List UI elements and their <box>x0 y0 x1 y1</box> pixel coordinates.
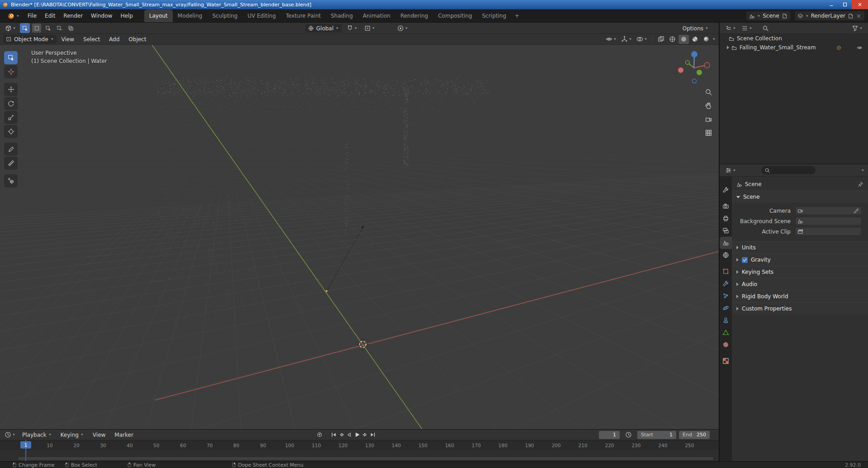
start-frame-field[interactable]: Start 1 <box>637 431 676 439</box>
view-layer-selector[interactable]: RenderLayer <box>795 11 864 20</box>
properties-tab-view-layer[interactable] <box>720 224 732 237</box>
gravity-panel-header[interactable]: Gravity <box>732 253 868 266</box>
scene-panel-header[interactable]: Scene <box>732 191 868 203</box>
menu-file[interactable]: File <box>24 11 41 20</box>
shading-solid-button[interactable] <box>678 35 689 44</box>
properties-tab-physics[interactable] <box>720 302 732 314</box>
outliner-row-scene-collection[interactable]: Scene Collection <box>720 34 868 43</box>
workspace-tab-layout[interactable]: Layout <box>144 10 173 22</box>
properties-tab-particles[interactable] <box>720 290 732 302</box>
workspace-tab-rendering[interactable]: Rendering <box>395 10 433 22</box>
workspace-tab-scripting[interactable]: Scripting <box>477 10 511 22</box>
auto-keying-toggle-icon[interactable] <box>317 432 323 438</box>
menu-view[interactable]: View <box>57 35 78 44</box>
outliner-editor-type-button[interactable] <box>723 24 738 33</box>
camera-view-icon[interactable] <box>705 115 712 123</box>
prev-keyframe-icon[interactable] <box>338 432 344 438</box>
end-frame-field[interactable]: End 250 <box>679 431 710 439</box>
mode-dropdown[interactable]: Object Mode <box>3 35 57 43</box>
tool-move[interactable] <box>4 83 18 96</box>
scene-selector[interactable]: Scene <box>746 11 790 20</box>
options-dropdown[interactable]: Options <box>678 24 712 33</box>
add-workspace-button[interactable]: + <box>511 10 523 22</box>
keying-sets-panel-header[interactable]: Keying Sets <box>732 266 868 278</box>
menu-window[interactable]: Window <box>87 11 116 20</box>
transform-orientation-dropdown[interactable]: Global <box>305 24 342 33</box>
properties-tab-render[interactable] <box>720 200 732 212</box>
select-mode-subtract[interactable] <box>55 24 64 33</box>
timeline-ruler[interactable]: 1020304050607080901001101201301401501601… <box>0 440 719 450</box>
properties-tab-scene[interactable] <box>720 237 732 249</box>
window-titlebar[interactable]: Blender* [E:\RABOTA\CONVERT\Falling_Wate… <box>0 0 868 10</box>
properties-tab-material[interactable] <box>720 339 732 351</box>
workspace-tab-shading[interactable]: Shading <box>326 10 358 22</box>
unlink-view-layer-icon[interactable] <box>856 13 862 19</box>
blender-menu-button[interactable] <box>4 11 24 21</box>
background-scene-field[interactable] <box>795 217 862 225</box>
tool-annotate[interactable] <box>4 143 18 156</box>
menu-edit[interactable]: Edit <box>41 11 59 20</box>
shading-options-chevron-icon[interactable] <box>712 38 716 40</box>
minimize-button[interactable] <box>825 0 838 9</box>
menu-marker[interactable]: Marker <box>110 430 137 439</box>
properties-tab-constraints[interactable] <box>720 314 732 326</box>
eyedropper-icon[interactable] <box>854 208 859 214</box>
tool-add-cube[interactable] <box>4 174 18 187</box>
editor-type-button[interactable] <box>3 24 18 33</box>
workspace-tab-sculpting[interactable]: Sculpting <box>207 10 242 22</box>
viewport-3d[interactable]: User Perspective (1) Scene Collection | … <box>0 45 719 429</box>
tool-transform[interactable] <box>4 125 18 138</box>
timeline-editor-type-button[interactable] <box>3 430 17 439</box>
ortho-grid-icon[interactable] <box>705 129 712 137</box>
tool-select-box[interactable] <box>4 51 18 64</box>
preview-range-clock-icon[interactable] <box>625 431 632 438</box>
snap-toggle[interactable] <box>345 24 359 33</box>
menu-keying[interactable]: Keying <box>57 430 88 439</box>
properties-tab-object[interactable] <box>720 265 732 277</box>
tool-rotate[interactable] <box>4 97 18 110</box>
play-reverse-icon[interactable] <box>346 432 352 438</box>
shading-material-button[interactable] <box>690 35 700 44</box>
zoom-icon[interactable] <box>705 88 712 96</box>
outliner-filter-dropdown[interactable] <box>850 24 864 33</box>
viewport-canvas[interactable] <box>0 45 719 429</box>
overlays-dropdown[interactable] <box>635 35 649 44</box>
close-button[interactable] <box>852 0 868 9</box>
select-mode-extend[interactable] <box>43 24 52 33</box>
menu-add[interactable]: Add <box>105 35 123 44</box>
new-view-layer-icon[interactable] <box>848 13 854 19</box>
new-scene-icon[interactable] <box>782 13 787 19</box>
xray-toggle[interactable] <box>656 35 666 44</box>
properties-tab-world[interactable] <box>720 249 732 261</box>
menu-playback[interactable]: Playback <box>18 430 56 439</box>
properties-search-field[interactable] <box>761 166 816 174</box>
workspace-tab-uv-editing[interactable]: UV Editing <box>242 10 281 22</box>
camera-field[interactable] <box>795 206 862 215</box>
properties-tab-tool[interactable] <box>720 184 732 196</box>
tool-cursor[interactable] <box>4 65 18 78</box>
next-keyframe-icon[interactable] <box>362 432 368 438</box>
snap-target-dropdown[interactable] <box>362 24 377 33</box>
menu-render[interactable]: Render <box>59 11 87 20</box>
select-mode-intersect[interactable] <box>66 24 75 33</box>
properties-tab-texture[interactable] <box>720 355 732 367</box>
timeline-scrollbar[interactable] <box>18 457 713 460</box>
outliner-row-collection[interactable]: Falling_Water_Small_Stream <box>720 43 868 52</box>
workspace-tab-modeling[interactable]: Modeling <box>173 10 208 22</box>
tool-scale[interactable] <box>4 111 18 124</box>
audio-panel-header[interactable]: Audio <box>732 278 868 290</box>
pin-icon[interactable] <box>858 181 863 187</box>
proportional-edit-toggle[interactable] <box>395 24 410 33</box>
expand-arrow-icon[interactable] <box>727 46 729 49</box>
custom-properties-panel-header[interactable]: Custom Properties <box>732 302 868 315</box>
workspace-tab-animation[interactable]: Animation <box>358 10 395 22</box>
menu-select[interactable]: Select <box>79 35 104 44</box>
tool-measure[interactable] <box>4 157 18 170</box>
pan-hand-icon[interactable] <box>705 102 712 110</box>
current-frame-field[interactable]: 1 <box>599 431 620 439</box>
outliner-display-mode-dropdown[interactable] <box>740 24 754 33</box>
jump-to-start-icon[interactable] <box>331 432 337 438</box>
hide-in-viewport-eye-icon[interactable] <box>857 45 863 51</box>
maximize-button[interactable] <box>838 0 852 9</box>
rigid-body-world-panel-header[interactable]: Rigid Body World <box>732 290 868 302</box>
